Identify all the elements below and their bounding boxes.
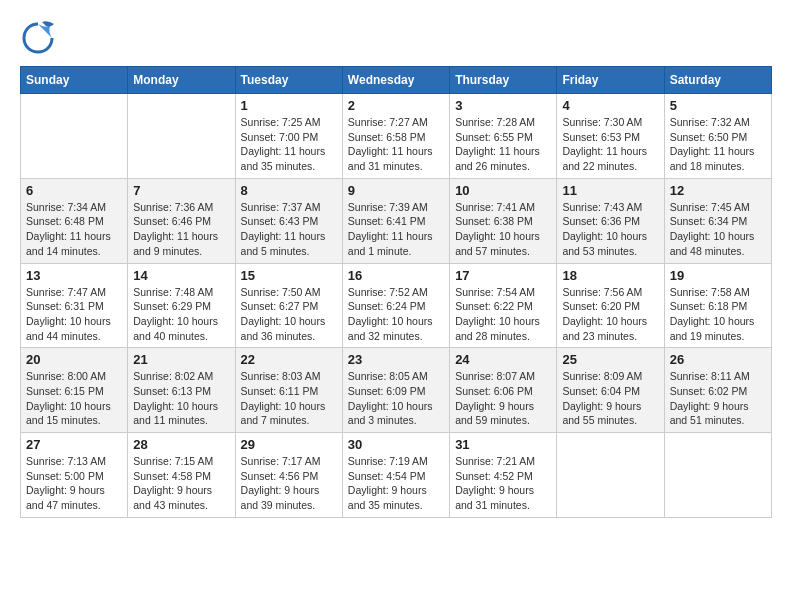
day-info: Sunrise: 8:05 AM Sunset: 6:09 PM Dayligh…: [348, 369, 444, 428]
calendar-day-cell: 5Sunrise: 7:32 AM Sunset: 6:50 PM Daylig…: [664, 94, 771, 179]
day-number: 8: [241, 183, 337, 198]
day-info: Sunrise: 8:11 AM Sunset: 6:02 PM Dayligh…: [670, 369, 766, 428]
day-number: 31: [455, 437, 551, 452]
calendar-day-cell: 11Sunrise: 7:43 AM Sunset: 6:36 PM Dayli…: [557, 178, 664, 263]
day-info: Sunrise: 7:19 AM Sunset: 4:54 PM Dayligh…: [348, 454, 444, 513]
day-number: 5: [670, 98, 766, 113]
day-info: Sunrise: 7:48 AM Sunset: 6:29 PM Dayligh…: [133, 285, 229, 344]
day-number: 6: [26, 183, 122, 198]
day-number: 10: [455, 183, 551, 198]
calendar-day-cell: 20Sunrise: 8:00 AM Sunset: 6:15 PM Dayli…: [21, 348, 128, 433]
day-number: 16: [348, 268, 444, 283]
calendar-day-cell: 8Sunrise: 7:37 AM Sunset: 6:43 PM Daylig…: [235, 178, 342, 263]
weekday-header: Friday: [557, 67, 664, 94]
day-info: Sunrise: 7:39 AM Sunset: 6:41 PM Dayligh…: [348, 200, 444, 259]
calendar-day-cell: 17Sunrise: 7:54 AM Sunset: 6:22 PM Dayli…: [450, 263, 557, 348]
calendar-day-cell: [128, 94, 235, 179]
day-info: Sunrise: 8:00 AM Sunset: 6:15 PM Dayligh…: [26, 369, 122, 428]
day-number: 20: [26, 352, 122, 367]
day-number: 21: [133, 352, 229, 367]
calendar-day-cell: 10Sunrise: 7:41 AM Sunset: 6:38 PM Dayli…: [450, 178, 557, 263]
calendar-header-row: SundayMondayTuesdayWednesdayThursdayFrid…: [21, 67, 772, 94]
calendar-day-cell: 7Sunrise: 7:36 AM Sunset: 6:46 PM Daylig…: [128, 178, 235, 263]
calendar-day-cell: 22Sunrise: 8:03 AM Sunset: 6:11 PM Dayli…: [235, 348, 342, 433]
day-info: Sunrise: 8:02 AM Sunset: 6:13 PM Dayligh…: [133, 369, 229, 428]
calendar-day-cell: 3Sunrise: 7:28 AM Sunset: 6:55 PM Daylig…: [450, 94, 557, 179]
calendar-day-cell: 31Sunrise: 7:21 AM Sunset: 4:52 PM Dayli…: [450, 433, 557, 518]
day-number: 19: [670, 268, 766, 283]
day-number: 3: [455, 98, 551, 113]
day-info: Sunrise: 7:36 AM Sunset: 6:46 PM Dayligh…: [133, 200, 229, 259]
calendar-week-row: 20Sunrise: 8:00 AM Sunset: 6:15 PM Dayli…: [21, 348, 772, 433]
day-number: 28: [133, 437, 229, 452]
day-number: 13: [26, 268, 122, 283]
day-info: Sunrise: 7:58 AM Sunset: 6:18 PM Dayligh…: [670, 285, 766, 344]
day-number: 18: [562, 268, 658, 283]
day-info: Sunrise: 7:37 AM Sunset: 6:43 PM Dayligh…: [241, 200, 337, 259]
calendar-day-cell: 15Sunrise: 7:50 AM Sunset: 6:27 PM Dayli…: [235, 263, 342, 348]
day-info: Sunrise: 8:03 AM Sunset: 6:11 PM Dayligh…: [241, 369, 337, 428]
day-number: 22: [241, 352, 337, 367]
calendar-week-row: 6Sunrise: 7:34 AM Sunset: 6:48 PM Daylig…: [21, 178, 772, 263]
weekday-header: Sunday: [21, 67, 128, 94]
day-info: Sunrise: 7:47 AM Sunset: 6:31 PM Dayligh…: [26, 285, 122, 344]
day-info: Sunrise: 7:17 AM Sunset: 4:56 PM Dayligh…: [241, 454, 337, 513]
day-info: Sunrise: 7:28 AM Sunset: 6:55 PM Dayligh…: [455, 115, 551, 174]
day-info: Sunrise: 7:25 AM Sunset: 7:00 PM Dayligh…: [241, 115, 337, 174]
day-number: 27: [26, 437, 122, 452]
day-info: Sunrise: 7:54 AM Sunset: 6:22 PM Dayligh…: [455, 285, 551, 344]
day-info: Sunrise: 7:32 AM Sunset: 6:50 PM Dayligh…: [670, 115, 766, 174]
day-number: 23: [348, 352, 444, 367]
day-number: 17: [455, 268, 551, 283]
calendar-day-cell: 14Sunrise: 7:48 AM Sunset: 6:29 PM Dayli…: [128, 263, 235, 348]
day-number: 14: [133, 268, 229, 283]
day-number: 12: [670, 183, 766, 198]
calendar-day-cell: 9Sunrise: 7:39 AM Sunset: 6:41 PM Daylig…: [342, 178, 449, 263]
day-info: Sunrise: 7:21 AM Sunset: 4:52 PM Dayligh…: [455, 454, 551, 513]
day-info: Sunrise: 7:50 AM Sunset: 6:27 PM Dayligh…: [241, 285, 337, 344]
calendar-day-cell: 24Sunrise: 8:07 AM Sunset: 6:06 PM Dayli…: [450, 348, 557, 433]
calendar-week-row: 27Sunrise: 7:13 AM Sunset: 5:00 PM Dayli…: [21, 433, 772, 518]
calendar-day-cell: 2Sunrise: 7:27 AM Sunset: 6:58 PM Daylig…: [342, 94, 449, 179]
day-number: 9: [348, 183, 444, 198]
weekday-header: Monday: [128, 67, 235, 94]
calendar-day-cell: 13Sunrise: 7:47 AM Sunset: 6:31 PM Dayli…: [21, 263, 128, 348]
calendar-week-row: 1Sunrise: 7:25 AM Sunset: 7:00 PM Daylig…: [21, 94, 772, 179]
calendar-day-cell: [21, 94, 128, 179]
calendar-day-cell: 4Sunrise: 7:30 AM Sunset: 6:53 PM Daylig…: [557, 94, 664, 179]
weekday-header: Thursday: [450, 67, 557, 94]
day-info: Sunrise: 7:45 AM Sunset: 6:34 PM Dayligh…: [670, 200, 766, 259]
day-info: Sunrise: 7:15 AM Sunset: 4:58 PM Dayligh…: [133, 454, 229, 513]
calendar-day-cell: 26Sunrise: 8:11 AM Sunset: 6:02 PM Dayli…: [664, 348, 771, 433]
day-number: 1: [241, 98, 337, 113]
calendar-day-cell: 19Sunrise: 7:58 AM Sunset: 6:18 PM Dayli…: [664, 263, 771, 348]
day-info: Sunrise: 7:27 AM Sunset: 6:58 PM Dayligh…: [348, 115, 444, 174]
day-info: Sunrise: 7:52 AM Sunset: 6:24 PM Dayligh…: [348, 285, 444, 344]
day-info: Sunrise: 7:13 AM Sunset: 5:00 PM Dayligh…: [26, 454, 122, 513]
day-number: 26: [670, 352, 766, 367]
day-number: 24: [455, 352, 551, 367]
day-info: Sunrise: 7:30 AM Sunset: 6:53 PM Dayligh…: [562, 115, 658, 174]
calendar-day-cell: 30Sunrise: 7:19 AM Sunset: 4:54 PM Dayli…: [342, 433, 449, 518]
calendar-day-cell: 29Sunrise: 7:17 AM Sunset: 4:56 PM Dayli…: [235, 433, 342, 518]
day-number: 30: [348, 437, 444, 452]
day-number: 15: [241, 268, 337, 283]
calendar-week-row: 13Sunrise: 7:47 AM Sunset: 6:31 PM Dayli…: [21, 263, 772, 348]
day-info: Sunrise: 8:09 AM Sunset: 6:04 PM Dayligh…: [562, 369, 658, 428]
day-number: 7: [133, 183, 229, 198]
calendar-day-cell: 27Sunrise: 7:13 AM Sunset: 5:00 PM Dayli…: [21, 433, 128, 518]
calendar-day-cell: [664, 433, 771, 518]
day-number: 4: [562, 98, 658, 113]
calendar-day-cell: 21Sunrise: 8:02 AM Sunset: 6:13 PM Dayli…: [128, 348, 235, 433]
calendar-day-cell: 18Sunrise: 7:56 AM Sunset: 6:20 PM Dayli…: [557, 263, 664, 348]
calendar-day-cell: 28Sunrise: 7:15 AM Sunset: 4:58 PM Dayli…: [128, 433, 235, 518]
weekday-header: Tuesday: [235, 67, 342, 94]
calendar-day-cell: [557, 433, 664, 518]
logo-icon: [20, 20, 56, 56]
day-info: Sunrise: 8:07 AM Sunset: 6:06 PM Dayligh…: [455, 369, 551, 428]
logo: [20, 20, 60, 56]
weekday-header: Saturday: [664, 67, 771, 94]
calendar-table: SundayMondayTuesdayWednesdayThursdayFrid…: [20, 66, 772, 518]
day-info: Sunrise: 7:43 AM Sunset: 6:36 PM Dayligh…: [562, 200, 658, 259]
day-number: 29: [241, 437, 337, 452]
